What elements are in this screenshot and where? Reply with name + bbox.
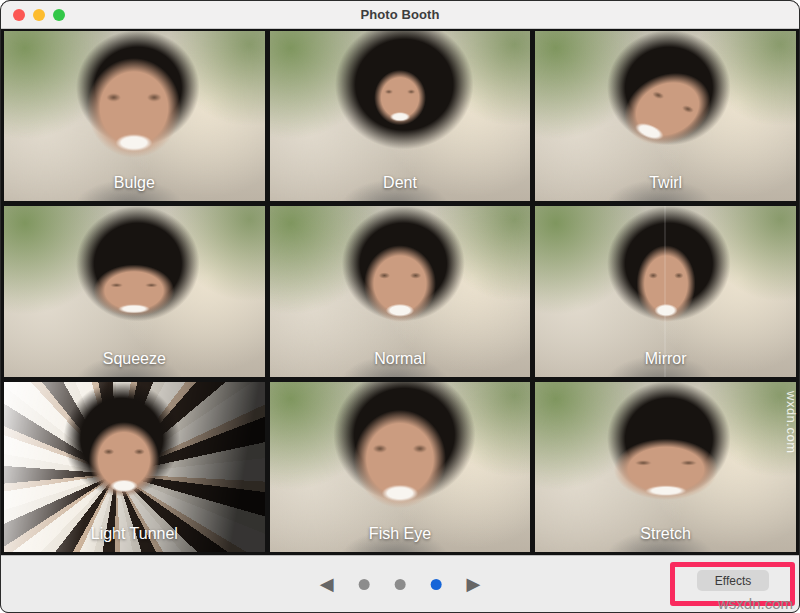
next-page-icon[interactable]: ▶: [467, 575, 481, 593]
face-shape: [67, 36, 203, 187]
face-shape: [333, 388, 466, 536]
face-shape: [348, 228, 452, 344]
previous-page-icon[interactable]: ◀: [320, 575, 334, 593]
face-shape: [73, 405, 175, 518]
watermark-side: wxdn.com: [784, 391, 799, 454]
effect-cell-mirror[interactable]: Mirror: [535, 206, 796, 376]
zoom-window-button[interactable]: [53, 9, 65, 21]
traffic-lights: [13, 1, 65, 28]
effect-cell-dent[interactable]: Dent: [270, 31, 531, 201]
effect-cell-light-tunnel[interactable]: Light Tunnel: [4, 382, 265, 552]
effect-cell-squeeze[interactable]: Squeeze: [4, 206, 265, 376]
effect-label: Mirror: [535, 350, 796, 368]
effect-cell-normal[interactable]: Normal: [270, 206, 531, 376]
window-title: Photo Booth: [1, 7, 799, 22]
face-shape: [76, 253, 193, 332]
close-window-button[interactable]: [13, 9, 25, 21]
effect-cell-bulge[interactable]: Bulge: [4, 31, 265, 201]
watermark-bottom: wsxdn.com: [718, 595, 793, 612]
title-bar: Photo Booth: [1, 1, 799, 29]
hair-shape: [582, 206, 749, 376]
minimize-window-button[interactable]: [33, 9, 45, 21]
pager-controls: ◀ ▶: [320, 575, 481, 593]
face-shape: [362, 58, 437, 141]
pager-dot[interactable]: [359, 579, 370, 590]
bottom-bar: ◀ ▶ Effects: [1, 555, 799, 612]
pager-dot[interactable]: [395, 579, 406, 590]
face-shape: [623, 228, 708, 344]
effects-button[interactable]: Effects: [697, 570, 769, 591]
pager-dot[interactable]: [431, 579, 442, 590]
effect-cell-fish-eye[interactable]: Fish Eye: [270, 382, 531, 552]
effect-cell-twirl[interactable]: Twirl: [535, 31, 796, 201]
photo-booth-window: Photo Booth Bulge Dent Twirl Squeeze Nor…: [0, 0, 800, 613]
effects-grid: Bulge Dent Twirl Squeeze Normal Mirror: [1, 29, 799, 555]
effect-cell-stretch[interactable]: Stretch: [535, 382, 796, 552]
face-shape: [590, 425, 741, 518]
